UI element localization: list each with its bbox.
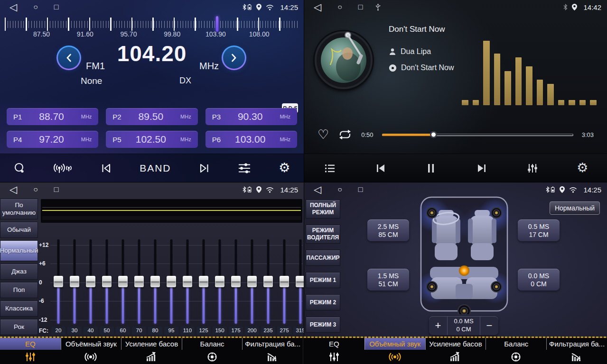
slider-knob[interactable] — [70, 276, 79, 287]
eq-band-slider[interactable] — [179, 239, 196, 324]
slider-knob[interactable] — [150, 276, 160, 287]
tab-eq[interactable]: EQ — [0, 338, 61, 364]
tab-eq[interactable]: EQ — [304, 338, 364, 364]
delay-increase-button[interactable]: + — [429, 316, 447, 335]
slider-knob[interactable] — [296, 276, 304, 287]
slider-knob[interactable] — [54, 276, 63, 287]
settings-gear-icon[interactable]: ⚙ — [279, 162, 290, 174]
next-station-button[interactable] — [198, 162, 210, 174]
eq-settings-button[interactable] — [237, 162, 252, 174]
eq-band-slider[interactable] — [99, 239, 115, 324]
audio-settings-button[interactable] — [526, 162, 539, 174]
listening-mode-button[interactable]: РЕЖИМ 1 — [306, 272, 340, 288]
eq-band-slider[interactable] — [147, 239, 163, 324]
slider-knob[interactable] — [280, 276, 289, 287]
eq-preset-button[interactable]: Классика — [0, 300, 38, 317]
preset-button[interactable]: P5 102.50 MHz — [106, 131, 197, 148]
preset-button[interactable]: P2 89.50 MHz — [106, 108, 197, 125]
broadcast-button[interactable] — [53, 162, 73, 174]
rear-left-delay-button[interactable]: 1.5 MS 51 CM — [367, 269, 409, 291]
tuner-scale[interactable] — [5, 17, 299, 31]
repeat-icon[interactable] — [337, 128, 353, 141]
slider-knob[interactable] — [199, 276, 208, 287]
tuner-indicator[interactable] — [216, 16, 218, 32]
eq-band-slider[interactable] — [83, 239, 99, 324]
eq-preset-button[interactable]: Поп — [0, 282, 38, 298]
rear-right-delay-button[interactable]: 0.0 MS 0 CM — [518, 269, 560, 291]
home-icon[interactable]: ○ — [337, 185, 342, 194]
eq-preset-button[interactable]: По умолчанию — [0, 199, 38, 219]
playlist-button[interactable] — [323, 163, 336, 174]
tab-bass-boost[interactable]: Усиление басов — [425, 338, 486, 364]
tab-filter[interactable]: Фильтрация ба... — [546, 338, 607, 364]
eq-band-slider[interactable] — [66, 239, 83, 324]
seek-thumb[interactable] — [430, 131, 437, 138]
eq-band-slider[interactable] — [228, 239, 244, 324]
slider-knob[interactable] — [263, 276, 273, 287]
home-icon[interactable]: ○ — [33, 185, 38, 194]
preset-button[interactable]: P6 103.00 MHz — [205, 131, 297, 148]
previous-station-button[interactable] — [100, 162, 112, 174]
back-icon[interactable]: ◁ — [314, 184, 321, 195]
slider-knob[interactable] — [86, 276, 95, 287]
band-button[interactable]: BAND — [140, 163, 171, 174]
tab-surround[interactable]: Объёмный звук — [364, 338, 425, 364]
slider-knob[interactable] — [167, 276, 176, 287]
eq-preset-button[interactable]: Нормальный — [0, 240, 38, 261]
previous-track-button[interactable] — [374, 162, 387, 174]
back-icon[interactable]: ◁ — [9, 184, 17, 195]
preset-button[interactable]: P4 97.20 MHz — [7, 131, 98, 148]
slider-knob[interactable] — [215, 276, 224, 287]
recents-icon[interactable]: □ — [54, 185, 59, 194]
slider-knob[interactable] — [183, 276, 192, 287]
settings-gear-icon[interactable]: ⚙ — [577, 162, 588, 174]
tab-balance[interactable]: Баланс — [486, 338, 546, 364]
eq-band-slider[interactable] — [276, 239, 292, 324]
eq-band-slider[interactable] — [115, 239, 131, 324]
tab-balance[interactable]: Баланс — [182, 338, 243, 364]
recents-icon[interactable]: □ — [358, 185, 363, 194]
front-right-delay-button[interactable]: 0.5 MS 17 CM — [518, 219, 560, 241]
scan-button[interactable] — [13, 162, 26, 174]
home-icon[interactable]: ○ — [337, 3, 342, 11]
delay-decrease-button[interactable]: − — [480, 316, 498, 335]
eq-band-slider[interactable] — [131, 239, 147, 324]
slider-knob[interactable] — [118, 276, 128, 287]
next-track-button[interactable] — [475, 162, 488, 174]
eq-preset-button[interactable]: Джаз — [0, 264, 38, 280]
back-icon[interactable]: ◁ — [9, 1, 17, 13]
listening-mode-button[interactable]: ПАССАЖИР — [306, 250, 340, 266]
back-icon[interactable]: ◁ — [314, 1, 321, 13]
eq-band-slider[interactable] — [163, 239, 179, 324]
slider-knob[interactable] — [134, 276, 144, 287]
eq-band-slider[interactable] — [292, 239, 304, 324]
eq-band-slider[interactable] — [260, 239, 276, 324]
slider-knob[interactable] — [102, 276, 112, 287]
home-icon[interactable]: ○ — [33, 3, 38, 11]
soundfield-preset-button[interactable]: Нормальный — [550, 201, 600, 215]
listening-mode-button[interactable]: ПОЛНЫЙ РЕЖИМ — [306, 200, 340, 218]
listening-mode-label: РЕЖИМ ВОДИТЕЛЯ — [307, 227, 339, 241]
pause-button[interactable] — [425, 162, 437, 174]
tab-surround[interactable]: Объёмный звук — [61, 338, 121, 364]
tab-bass-boost[interactable]: Усиление басов — [121, 338, 182, 364]
recents-icon[interactable]: □ — [358, 3, 363, 11]
slider-knob[interactable] — [231, 276, 241, 287]
eq-band-slider[interactable] — [196, 239, 212, 324]
eq-band-slider[interactable] — [212, 239, 228, 324]
favorite-icon[interactable]: ♡ — [318, 128, 329, 141]
listening-mode-button[interactable]: РЕЖИМ ВОДИТЕЛЯ — [306, 225, 340, 244]
eq-preset-button[interactable]: Рок — [0, 319, 38, 335]
recents-icon[interactable]: □ — [54, 3, 59, 11]
listening-mode-button[interactable]: РЕЖИМ 2 — [306, 294, 340, 310]
tab-filter[interactable]: Фильтрация ба... — [242, 338, 303, 364]
eq-band-slider[interactable] — [50, 239, 66, 324]
preset-button[interactable]: P1 88.70 MHz — [7, 108, 98, 125]
listening-mode-button[interactable]: РЕЖИМ 3 — [306, 317, 340, 333]
eq-preset-button[interactable]: Обычай — [0, 222, 38, 238]
preset-button[interactable]: P3 90.30 MHz — [205, 108, 297, 125]
slider-knob[interactable] — [247, 276, 257, 287]
eq-band-slider[interactable] — [244, 239, 260, 324]
front-left-delay-button[interactable]: 2.5 MS 85 CM — [367, 219, 409, 241]
seek-bar[interactable] — [382, 134, 573, 136]
